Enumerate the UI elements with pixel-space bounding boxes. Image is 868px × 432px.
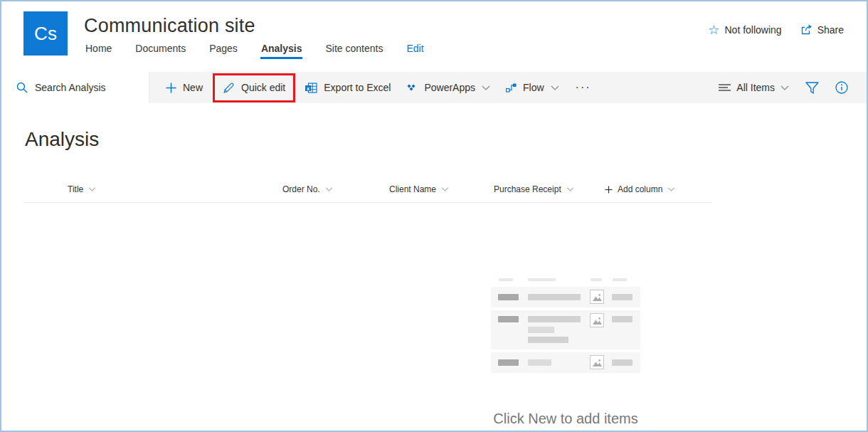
nav-item-edit[interactable]: Edit bbox=[406, 41, 424, 58]
chevron-down-icon bbox=[551, 85, 559, 90]
nav-item-documents[interactable]: Documents bbox=[134, 41, 186, 58]
command-bar-right: All Items bbox=[719, 81, 867, 94]
view-selector[interactable]: All Items bbox=[719, 82, 789, 93]
column-header-title[interactable]: Title bbox=[68, 184, 96, 194]
column-label: Purchase Receipt bbox=[494, 184, 561, 194]
illustration-row bbox=[491, 352, 640, 373]
powerapps-button[interactable]: PowerApps bbox=[398, 72, 498, 103]
follow-button[interactable]: ☆ Not following bbox=[708, 23, 781, 36]
add-column-label: Add column bbox=[618, 184, 662, 194]
search-box[interactable] bbox=[1, 72, 149, 103]
new-button[interactable]: New bbox=[158, 72, 211, 103]
info-icon[interactable] bbox=[835, 81, 848, 94]
chevron-down-icon bbox=[566, 187, 574, 191]
illustration-row bbox=[491, 287, 640, 307]
chevron-down-icon bbox=[441, 187, 449, 191]
plus-icon bbox=[605, 186, 613, 194]
column-header-purchase-receipt[interactable]: Purchase Receipt bbox=[494, 184, 574, 194]
chevron-down-icon bbox=[88, 187, 96, 191]
list-view-icon bbox=[719, 83, 731, 92]
share-icon bbox=[800, 24, 813, 36]
powerapps-label: PowerApps bbox=[424, 82, 475, 93]
quick-edit-button[interactable]: Quick edit bbox=[215, 75, 293, 100]
site-nav: Home Documents Pages Analysis Site conte… bbox=[85, 41, 425, 59]
chevron-down-icon bbox=[780, 85, 789, 90]
nav-item-analysis[interactable]: Analysis bbox=[260, 41, 303, 59]
nav-item-site-contents[interactable]: Site contents bbox=[324, 41, 383, 58]
powerapps-icon bbox=[406, 83, 418, 93]
empty-state-text: Click New to add items bbox=[421, 411, 710, 427]
excel-icon: x bbox=[305, 83, 317, 93]
star-icon: ☆ bbox=[708, 23, 719, 36]
quick-edit-highlight-annotation: Quick edit bbox=[213, 73, 295, 102]
flow-button[interactable]: Flow bbox=[498, 72, 567, 103]
chevron-down-icon bbox=[482, 85, 490, 90]
filter-icon[interactable] bbox=[805, 82, 819, 94]
quick-edit-label: Quick edit bbox=[241, 82, 285, 93]
header-actions: ☆ Not following Share bbox=[708, 23, 844, 36]
column-header-client-name[interactable]: Client Name bbox=[389, 184, 449, 194]
command-bar: New Quick edit x Export to Excel bbox=[1, 72, 867, 103]
new-label: New bbox=[183, 82, 203, 93]
plus-icon bbox=[166, 83, 176, 93]
search-icon bbox=[16, 82, 28, 93]
add-column-button[interactable]: Add column bbox=[605, 184, 675, 194]
page-title: Analysis bbox=[25, 128, 99, 151]
empty-state-illustration bbox=[491, 275, 640, 373]
export-to-excel-button[interactable]: x Export to Excel bbox=[297, 72, 398, 103]
pencil-icon bbox=[223, 82, 235, 94]
column-label: Client Name bbox=[389, 184, 436, 194]
illustration-row bbox=[491, 310, 640, 349]
column-header-order-no[interactable]: Order No. bbox=[282, 184, 333, 194]
overflow-menu-button[interactable]: ··· bbox=[567, 81, 600, 94]
site-logo-text: Cs bbox=[34, 23, 57, 45]
chevron-down-icon bbox=[667, 187, 675, 191]
export-to-excel-label: Export to Excel bbox=[324, 82, 391, 93]
share-button[interactable]: Share bbox=[800, 24, 844, 36]
image-placeholder-icon bbox=[590, 290, 604, 304]
column-header-row: Title Order No. Client Name Purchase Rec… bbox=[25, 181, 711, 203]
image-placeholder-icon bbox=[590, 313, 604, 327]
search-input[interactable] bbox=[35, 82, 142, 93]
follow-label: Not following bbox=[724, 24, 781, 36]
image-placeholder-icon bbox=[590, 355, 604, 369]
sharepoint-window: Cs Communication site Home Documents Pag… bbox=[0, 0, 868, 432]
share-label: Share bbox=[817, 24, 844, 36]
column-label: Title bbox=[68, 184, 83, 194]
view-label: All Items bbox=[736, 82, 775, 93]
site-logo[interactable]: Cs bbox=[23, 11, 68, 56]
flow-icon bbox=[506, 83, 517, 93]
column-label: Order No. bbox=[282, 184, 320, 194]
nav-item-home[interactable]: Home bbox=[85, 41, 112, 58]
site-title: Communication site bbox=[84, 15, 255, 37]
flow-label: Flow bbox=[523, 82, 544, 93]
chevron-down-icon bbox=[325, 187, 333, 191]
nav-item-pages[interactable]: Pages bbox=[208, 41, 238, 58]
